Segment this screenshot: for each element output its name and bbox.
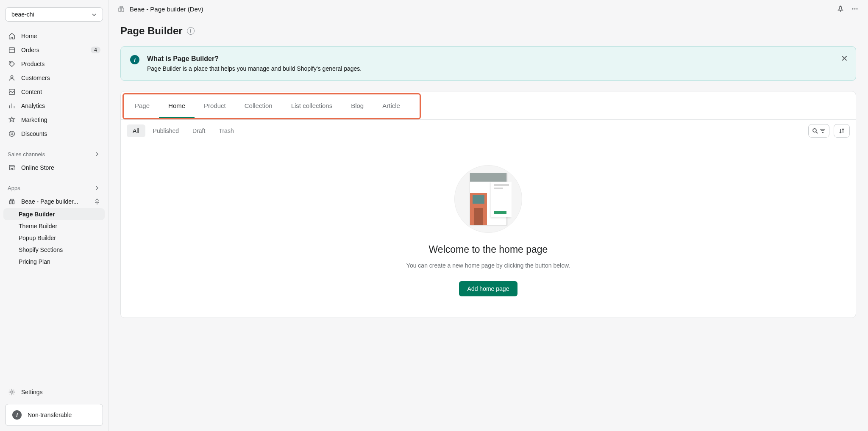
customers-icon <box>8 74 16 82</box>
sidebar: beae-chi Home Orders 4 <box>0 0 108 431</box>
close-icon[interactable]: ✕ <box>841 54 848 63</box>
nav-item-app-beae[interactable]: Beae - Page builder... <box>3 195 105 208</box>
store-icon <box>8 163 16 172</box>
filter-all[interactable]: All <box>127 124 145 137</box>
pin-icon[interactable] <box>94 198 100 205</box>
nav-item-discounts[interactable]: Discounts <box>3 127 105 141</box>
tab-home[interactable]: Home <box>159 94 195 118</box>
svg-point-14 <box>857 8 858 10</box>
empty-state-title: Welcome to the home page <box>429 244 548 255</box>
svg-point-1 <box>10 62 11 63</box>
add-home-page-button[interactable]: Add home page <box>459 281 518 296</box>
info-icon: i <box>12 410 22 420</box>
empty-state-description: You can create a new home page by clicki… <box>406 261 570 270</box>
tab-page[interactable]: Page <box>125 94 159 118</box>
discounts-icon <box>8 130 16 138</box>
more-icon[interactable] <box>851 5 859 13</box>
nav-label: Beae - Page builder... <box>21 198 89 205</box>
chevron-down-icon <box>92 12 97 17</box>
info-icon: i <box>130 55 139 64</box>
banner-title: What is Page Builder? <box>147 55 846 63</box>
nav-subitem-shopify-sections[interactable]: Shopify Sections <box>3 244 105 256</box>
nav-item-settings[interactable]: Settings <box>3 385 105 399</box>
info-icon[interactable]: i <box>187 27 195 35</box>
tab-blog[interactable]: Blog <box>342 94 373 118</box>
section-title: Sales channels <box>8 151 45 157</box>
sort-button[interactable] <box>834 124 850 138</box>
empty-state: Welcome to the home page You can create … <box>121 142 856 318</box>
banner-description: Page Builder is a place that helps you m… <box>147 65 846 72</box>
section-title: Apps <box>8 185 20 191</box>
svg-rect-11 <box>122 8 124 11</box>
nav-label: Customers <box>21 75 100 81</box>
chevron-right-icon <box>94 185 100 191</box>
nav-item-analytics[interactable]: Analytics <box>3 99 105 113</box>
nav-label: Discounts <box>21 130 100 137</box>
store-selector[interactable]: beae-chi <box>5 7 103 22</box>
nav-label: Products <box>21 61 100 67</box>
orders-badge: 4 <box>91 47 100 53</box>
filter-draft[interactable]: Draft <box>186 124 211 137</box>
orders-icon <box>8 46 16 54</box>
nav-label: Online Store <box>21 164 100 171</box>
pin-icon[interactable] <box>837 5 844 13</box>
nav-label: Page Builder <box>19 211 100 218</box>
nav-subitem-page-builder[interactable]: Page Builder <box>3 208 105 220</box>
apps-header[interactable]: Apps <box>3 181 105 195</box>
filter-trash[interactable]: Trash <box>213 124 239 137</box>
search-filter-button[interactable] <box>808 124 829 138</box>
app-icon <box>8 197 16 206</box>
svg-point-12 <box>852 8 854 10</box>
tabs-highlight-box: Page Home Product Collection List collec… <box>122 93 421 119</box>
main-content: Beae - Page builder (Dev) Page Builder i… <box>108 0 868 431</box>
svg-rect-9 <box>120 6 122 8</box>
nav-label: Marketing <box>21 116 100 123</box>
nav-item-orders[interactable]: Orders 4 <box>3 43 105 57</box>
nav-label: Orders <box>21 47 86 53</box>
analytics-icon <box>8 102 16 110</box>
nav-label: Analytics <box>21 102 100 109</box>
page-title-row: Page Builder i <box>120 25 856 37</box>
home-icon <box>8 32 16 40</box>
page-list-card: Page Home Product Collection List collec… <box>120 91 856 318</box>
nav-item-products[interactable]: Products <box>3 57 105 71</box>
nav-item-marketing[interactable]: Marketing <box>3 113 105 127</box>
nav-subitem-popup-builder[interactable]: Popup Builder <box>3 232 105 244</box>
sales-channels-header[interactable]: Sales channels <box>3 147 105 161</box>
primary-nav: Home Orders 4 Products Customers <box>3 29 105 141</box>
nav-subitem-pricing-plan[interactable]: Pricing Plan <box>3 256 105 268</box>
svg-rect-7 <box>13 201 14 204</box>
nav-label: Settings <box>21 389 100 395</box>
tab-product[interactable]: Product <box>195 94 235 118</box>
svg-rect-6 <box>10 201 11 204</box>
svg-point-8 <box>11 391 13 393</box>
nav-subitem-theme-builder[interactable]: Theme Builder <box>3 220 105 232</box>
nav-label: Content <box>21 88 100 95</box>
top-bar: Beae - Page builder (Dev) <box>108 0 868 18</box>
content-icon <box>8 88 16 96</box>
gear-icon <box>8 388 16 396</box>
tab-collection[interactable]: Collection <box>235 94 282 118</box>
tab-list-collections[interactable]: List collections <box>282 94 342 118</box>
svg-point-15 <box>813 129 816 132</box>
app-breadcrumb-icon <box>118 6 125 12</box>
nav-label: Popup Builder <box>19 235 100 241</box>
empty-state-illustration <box>454 165 522 233</box>
filter-published[interactable]: Published <box>147 124 185 137</box>
svg-rect-10 <box>119 8 121 11</box>
svg-point-13 <box>854 8 856 10</box>
marketing-icon <box>8 116 16 124</box>
svg-rect-0 <box>9 48 15 53</box>
nav-item-online-store[interactable]: Online Store <box>3 161 105 174</box>
nav-item-home[interactable]: Home <box>3 29 105 43</box>
products-icon <box>8 60 16 68</box>
nav-item-customers[interactable]: Customers <box>3 71 105 85</box>
chevron-right-icon <box>94 151 100 157</box>
nav-label: Theme Builder <box>19 223 100 229</box>
nav-item-content[interactable]: Content <box>3 85 105 99</box>
tab-article[interactable]: Article <box>373 94 409 118</box>
page-type-tabs: Page Home Product Collection List collec… <box>124 94 420 118</box>
store-name: beae-chi <box>11 11 34 18</box>
nav-label: Shopify Sections <box>19 246 100 253</box>
non-transferable-notice[interactable]: i Non-transferable <box>5 404 103 426</box>
